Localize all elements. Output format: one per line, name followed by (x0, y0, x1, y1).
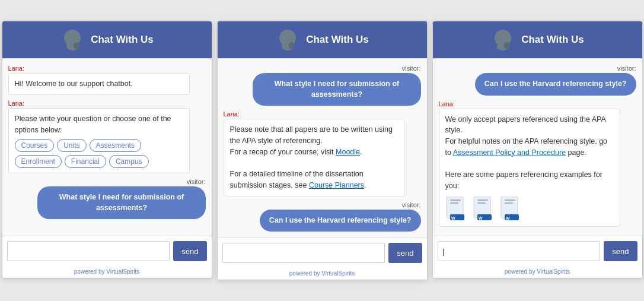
message-apa: Please note that all papers are to be wr… (224, 119, 405, 197)
svg-rect-25 (505, 202, 513, 204)
chat-footer-1: send (2, 236, 212, 266)
option-campus[interactable]: Campus (109, 155, 149, 168)
chat-icon-3 (490, 27, 515, 52)
doc-icon-2[interactable]: W (473, 197, 495, 221)
chat-header-2: Chat With Us (218, 21, 427, 58)
chat-icon-1 (60, 27, 85, 52)
svg-rect-19 (477, 199, 488, 201)
message-group-lana-4: Lana: We only accept papers referenced u… (439, 100, 636, 227)
message-group-visitor-4: visitor: Can I use the Harvard referenci… (439, 65, 636, 96)
svg-rect-14 (450, 199, 461, 201)
chat-widget-3: Chat With Us visitor: Can I use the Harv… (432, 21, 643, 278)
message-group-visitor-2: visitor: What style I need for submissio… (224, 65, 421, 106)
svg-point-6 (289, 42, 295, 48)
chat-icon-2 (275, 27, 300, 52)
chat-input-1[interactable] (7, 241, 170, 261)
send-button-2[interactable]: send (388, 243, 422, 263)
svg-point-2 (74, 42, 79, 48)
sender-visitor-2: visitor: (402, 65, 421, 72)
message-options: Please write your question or choose one… (8, 108, 190, 174)
powered-label-1: powered by VirtualSpirits (2, 266, 212, 278)
powered-label-3: powered by VirtualSpirits (433, 266, 642, 278)
svg-text:W: W (479, 216, 483, 220)
svg-rect-20 (477, 202, 486, 204)
message-group-lana-2: Lana: Please write your question or choo… (8, 100, 206, 174)
message-group-lana-3: Lana: Please note that all papers are to… (224, 110, 421, 197)
sender-lana-4: Lana: (439, 100, 636, 107)
sender-lana-3: Lana: (224, 110, 421, 118)
message-visitor-3: Can I use the Harvard referencing style? (260, 210, 421, 232)
chat-body-2: visitor: What style I need for submissio… (218, 58, 427, 238)
course-planners-link[interactable]: Course Planners (309, 181, 364, 189)
sender-lana-2: Lana: (8, 100, 206, 107)
doc-icon-3[interactable]: W (500, 197, 522, 221)
chat-body-3: visitor: Can I use the Harvard referenci… (433, 58, 642, 236)
sender-lana-1: Lana: (8, 65, 206, 72)
chat-footer-3: send (433, 236, 642, 266)
message-group-lana-1: Lana: Hi! Welcome to our support chatbot… (8, 65, 206, 95)
chat-title-2: Chat With Us (306, 34, 369, 46)
assessment-policy-link[interactable]: Assessment Policy and Procedure (453, 148, 566, 157)
svg-text:W: W (451, 216, 455, 220)
svg-text:W: W (506, 216, 510, 220)
chat-input-3[interactable] (438, 241, 601, 261)
doc-icons: W W (445, 197, 614, 221)
chat-title-1: Chat With Us (91, 34, 154, 46)
chat-footer-2: send (218, 238, 427, 268)
powered-label-2: powered by VirtualSpirits (218, 268, 427, 280)
send-button-1[interactable]: send (173, 241, 206, 261)
svg-rect-15 (450, 202, 458, 204)
message-harvard: We only accept papers referenced using t… (439, 109, 620, 227)
message-visitor-4: Can I use the Harvard referencing style? (475, 73, 636, 96)
sender-visitor-1: visitor: (187, 178, 206, 185)
doc-icon-1[interactable]: W (445, 197, 468, 221)
message-visitor-1: What style I need for submission of asse… (37, 186, 205, 219)
option-financial[interactable]: Financial (65, 155, 106, 168)
chat-title-3: Chat With Us (521, 34, 584, 46)
chat-containers: Chat With Us Lana: Hi! Welcome to our su… (0, 14, 644, 287)
option-assesments[interactable]: Assesments (90, 139, 141, 152)
message-visitor-2: What style I need for submission of asse… (253, 73, 420, 106)
chat-widget-2: Chat With Us visitor: What style I need … (217, 21, 428, 280)
svg-point-10 (504, 42, 510, 48)
chat-header-1: Chat With Us (2, 21, 212, 58)
option-enrollment[interactable]: Enrollment (15, 155, 62, 168)
option-buttons: Courses Units Assesments Enrollment Fina… (15, 139, 183, 168)
chat-input-2[interactable] (222, 243, 385, 263)
sender-visitor-3: visitor: (402, 201, 421, 208)
chat-header-3: Chat With Us (433, 21, 642, 58)
option-units[interactable]: Units (57, 139, 86, 152)
option-courses[interactable]: Courses (15, 139, 55, 152)
svg-rect-24 (505, 199, 515, 201)
sender-visitor-4: visitor: (617, 65, 636, 72)
chat-widget-1: Chat With Us Lana: Hi! Welcome to our su… (2, 21, 212, 278)
message-group-visitor-3: visitor: Can I use the Harvard referenci… (224, 201, 421, 232)
message-welcome: Hi! Welcome to our support chatbot. (8, 73, 190, 95)
send-button-3[interactable]: send (604, 241, 637, 261)
chat-body-1: Lana: Hi! Welcome to our support chatbot… (2, 58, 212, 236)
message-group-visitor-1: visitor: What style I need for submissio… (8, 178, 206, 219)
moodle-link[interactable]: Moodle (336, 148, 360, 156)
